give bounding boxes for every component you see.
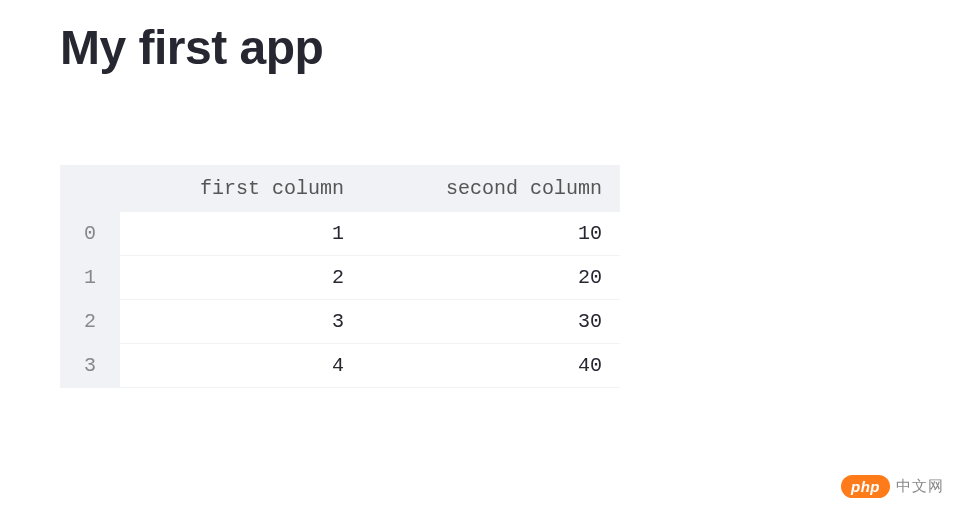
data-cell: 3 — [120, 300, 362, 344]
index-cell: 1 — [60, 256, 120, 300]
index-cell: 3 — [60, 344, 120, 388]
column-header: first column — [120, 165, 362, 212]
data-table: first column second column 0 1 10 1 2 20… — [60, 165, 620, 388]
watermark: php 中文网 — [841, 475, 944, 498]
data-cell: 40 — [362, 344, 620, 388]
index-cell: 0 — [60, 212, 120, 256]
dataframe: first column second column 0 1 10 1 2 20… — [60, 165, 620, 388]
table-row: 0 1 10 — [60, 212, 620, 256]
data-cell: 30 — [362, 300, 620, 344]
table-row: 1 2 20 — [60, 256, 620, 300]
data-cell: 1 — [120, 212, 362, 256]
table-row: 2 3 30 — [60, 300, 620, 344]
data-cell: 10 — [362, 212, 620, 256]
table-header-row: first column second column — [60, 165, 620, 212]
page-title: My first app — [60, 20, 902, 75]
column-header: second column — [362, 165, 620, 212]
index-cell: 2 — [60, 300, 120, 344]
index-header — [60, 165, 120, 212]
data-cell: 2 — [120, 256, 362, 300]
data-cell: 4 — [120, 344, 362, 388]
watermark-badge: php — [841, 475, 890, 498]
watermark-text: 中文网 — [896, 477, 944, 496]
table-row: 3 4 40 — [60, 344, 620, 388]
data-cell: 20 — [362, 256, 620, 300]
